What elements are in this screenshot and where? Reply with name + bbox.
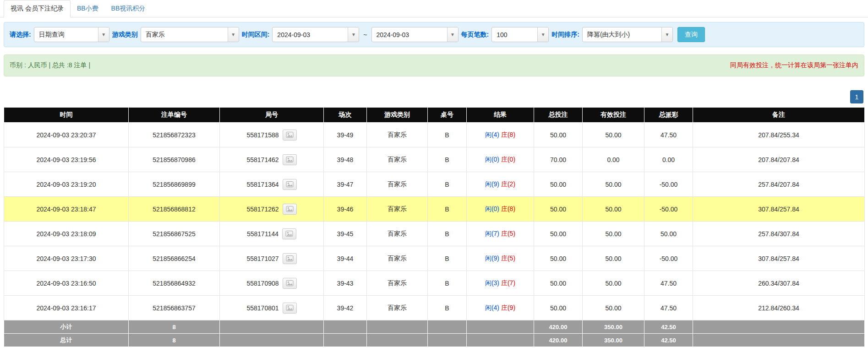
round-replay-button[interactable] [283, 179, 297, 190]
table-number: B [428, 296, 467, 320]
bet-number: 521856872323 [129, 123, 220, 147]
total-bet-link[interactable]: 50.00 [534, 172, 583, 197]
result-banker: 庄(8) [501, 131, 515, 138]
round-number: 558171262 [246, 206, 278, 213]
total-bet-link[interactable]: 50.00 [534, 246, 583, 271]
round-replay-button[interactable] [283, 204, 297, 215]
round-cell: 558171588 [220, 123, 324, 147]
empty-cell [324, 320, 367, 334]
round-number: 558171027 [246, 255, 278, 262]
game-type: 百家乐 [367, 197, 428, 222]
round-replay-button[interactable] [283, 154, 297, 165]
round-replay-button[interactable] [283, 253, 297, 264]
total-row: 总计 8 420.00 350.00 42.50 [4, 334, 865, 347]
query-type-value: 日期查询 [34, 27, 98, 42]
tab-bb-video-points[interactable]: BB视讯积分 [105, 0, 152, 17]
sort-label: 时间排序: [551, 31, 579, 39]
total-bet-link[interactable]: 50.00 [534, 222, 583, 246]
empty-cell [467, 334, 534, 347]
table-number: B [428, 271, 467, 296]
search-button[interactable]: 查询 [677, 27, 705, 42]
table-row: 2024-09-03 23:18:47521856868812558171262… [4, 197, 865, 222]
date-from-select[interactable]: 2024-09-03 ▼ [272, 27, 359, 42]
round-replay-button[interactable] [282, 228, 296, 239]
session-number: 39-45 [324, 222, 367, 246]
bet-time: 2024-09-03 23:17:30 [4, 246, 129, 271]
total-bet-link[interactable]: 50.00 [534, 197, 583, 222]
table-row: 2024-09-03 23:20:37521856872323558171588… [4, 123, 865, 147]
game-type-value: 百家乐 [141, 27, 228, 42]
chevron-down-icon[interactable]: ▼ [98, 27, 109, 42]
round-replay-button[interactable] [283, 303, 297, 314]
table-row: 2024-09-03 23:19:56521856870986558171462… [4, 147, 865, 172]
result-banker: 庄(9) [501, 304, 515, 311]
empty-cell [367, 334, 428, 347]
result-player: 闲(3) [485, 279, 499, 287]
empty-cell [220, 334, 324, 347]
result-banker: 庄(8) [501, 205, 515, 212]
round-replay-button[interactable] [283, 278, 297, 289]
bet-number: 521856869899 [129, 172, 220, 197]
round-cell: 558171262 [220, 197, 324, 222]
image-icon [286, 256, 294, 263]
chevron-down-icon[interactable]: ▼ [228, 27, 239, 42]
date-to-select[interactable]: 2024-09-03 ▼ [371, 27, 459, 42]
table-header-row: 时间注单编号局号场次游戏类别桌号结果总投注有效投注总派彩备注 [4, 108, 865, 123]
page-size-select[interactable]: 100 ▼ [491, 27, 549, 42]
session-number: 39-47 [324, 172, 367, 197]
payout: -50.00 [644, 197, 693, 222]
empty-cell [693, 320, 865, 334]
total-bet-link[interactable]: 50.00 [534, 271, 583, 296]
table-row: 2024-09-03 23:16:17521856863757558170801… [4, 296, 865, 320]
valid-bet: 50.00 [583, 123, 644, 147]
empty-cell [428, 320, 467, 334]
column-header: 注单编号 [129, 108, 220, 123]
round-number: 558171588 [246, 131, 278, 139]
game-type: 百家乐 [367, 296, 428, 320]
chevron-down-icon[interactable]: ▼ [537, 27, 548, 42]
bet-number: 521856863757 [129, 296, 220, 320]
bet-time: 2024-09-03 23:19:56 [4, 147, 129, 172]
round-number: 558171462 [246, 156, 278, 163]
result-banker: 庄(7) [501, 279, 515, 287]
chevron-down-icon[interactable]: ▼ [447, 27, 458, 42]
column-header: 结果 [467, 108, 534, 123]
round-replay-button[interactable] [283, 130, 297, 141]
query-type-select[interactable]: 日期查询 ▼ [34, 27, 109, 42]
result-banker: 庄(5) [501, 230, 515, 237]
result-cell: 闲(0) 庄(8) [467, 197, 534, 222]
image-icon [286, 306, 294, 313]
session-number: 39-44 [324, 246, 367, 271]
result-player: 闲(0) [485, 205, 499, 212]
game-type: 百家乐 [367, 271, 428, 296]
tab-bb-tips[interactable]: BB小费 [71, 0, 105, 17]
game-type: 百家乐 [367, 147, 428, 172]
image-icon [286, 133, 294, 140]
result-cell: 闲(9) 庄(5) [467, 246, 534, 271]
total-bet-link[interactable]: 50.00 [534, 296, 583, 320]
note: 307.84/257.84 [693, 246, 865, 271]
payout: 0.00 [644, 147, 693, 172]
game-type: 百家乐 [367, 172, 428, 197]
empty-cell [324, 334, 367, 347]
result-cell: 闲(0) 庄(0) [467, 147, 534, 172]
empty-cell [467, 320, 534, 334]
payout: 50.00 [644, 222, 693, 246]
tab-video-bet-records[interactable]: 视讯 会员下注纪录 [4, 0, 71, 17]
sort-value: 降冪(由大到小) [583, 27, 661, 42]
result-cell: 闲(3) 庄(7) [467, 271, 534, 296]
total-valid-bet: 350.00 [583, 334, 644, 347]
chevron-down-icon[interactable]: ▼ [661, 27, 672, 42]
game-type-select[interactable]: 百家乐 ▼ [141, 27, 239, 42]
sort-select[interactable]: 降冪(由大到小) ▼ [582, 27, 673, 42]
total-bet-link[interactable]: 50.00 [534, 123, 583, 147]
chevron-down-icon[interactable]: ▼ [348, 27, 359, 42]
page-1-button[interactable]: 1 [850, 90, 863, 103]
empty-cell [693, 334, 865, 347]
game-type-label: 游戏类别 [112, 31, 138, 39]
pagination: 1 [0, 90, 863, 103]
total-bet-link[interactable]: 70.00 [534, 147, 583, 172]
round-number: 558170801 [246, 304, 278, 312]
column-header: 场次 [324, 108, 367, 123]
image-icon [285, 232, 293, 238]
